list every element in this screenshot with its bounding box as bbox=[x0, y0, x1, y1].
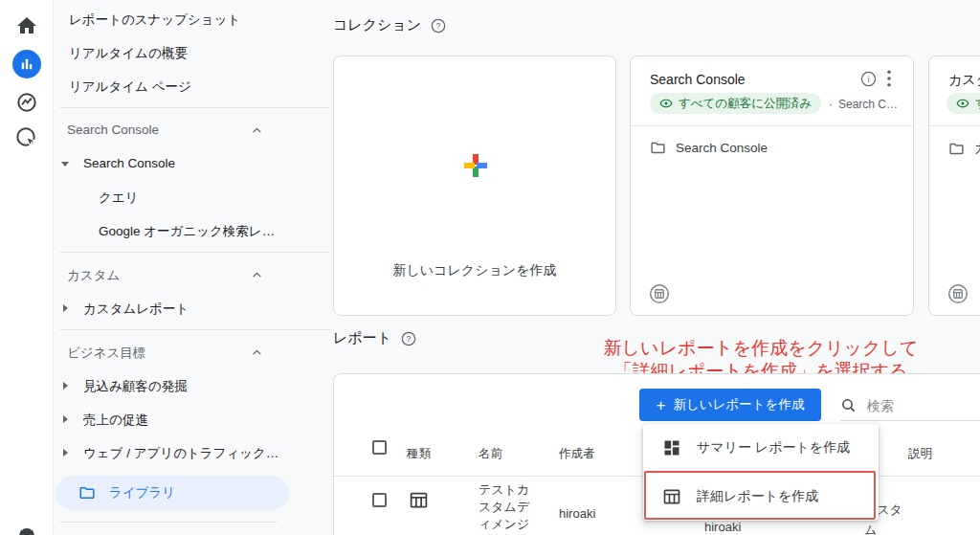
separator-dot: · bbox=[829, 98, 833, 111]
ga4-library-page: レポートのスナップショット リアルタイムの概要 リアルタイム ページ Searc… bbox=[0, 0, 980, 535]
eye-icon bbox=[956, 97, 969, 110]
topic-label: Search Console bbox=[676, 141, 768, 155]
sidebar-item-report-snapshot[interactable]: レポートのスナップショット bbox=[69, 11, 240, 29]
sidebar-item-organic-search[interactable]: Google オーガニック検索レ… bbox=[99, 223, 275, 240]
google-plus-icon bbox=[462, 152, 489, 183]
report-name-cell[interactable]: テストカスタムディメンジ bbox=[479, 481, 532, 533]
reports-title: レポート bbox=[333, 329, 391, 347]
nav-section-search-console: Search Console bbox=[67, 123, 159, 137]
collapse-chevron-icon[interactable] bbox=[251, 346, 263, 363]
collection-card-search-console: Search Console i すべての顧客に公開済み · Search C…… bbox=[630, 56, 914, 316]
folder-icon bbox=[78, 484, 96, 502]
advertising-icon bbox=[14, 125, 39, 150]
annotation-red-box bbox=[644, 471, 876, 520]
svg-text:?: ? bbox=[436, 21, 441, 31]
collection-topic-row[interactable]: カ bbox=[948, 140, 980, 157]
folder-icon bbox=[650, 140, 666, 156]
topic-label: カ bbox=[974, 140, 980, 157]
home-icon bbox=[15, 14, 38, 37]
column-header-creator: 作成者 bbox=[559, 446, 595, 462]
sidebar-item-library[interactable]: ライブラリ bbox=[56, 476, 289, 510]
collection-topic-row[interactable]: Search Console bbox=[650, 140, 768, 156]
annotation-line1: 新しいレポートを作成をクリックして bbox=[536, 337, 980, 360]
sidebar-item-traffic[interactable]: ウェブ / アプリのトラフィック… bbox=[83, 445, 278, 462]
plus-icon: + bbox=[657, 397, 666, 413]
report-creator-cell: hiroaki bbox=[559, 506, 595, 521]
badge-label: すべての顧客に公開済み bbox=[679, 96, 812, 112]
menu-item-label: サマリー レポートを作成 bbox=[697, 439, 850, 457]
published-badge: す bbox=[947, 93, 980, 114]
info-icon[interactable]: i bbox=[860, 71, 877, 91]
sidebar-item-realtime-overview[interactable]: リアルタイムの概要 bbox=[69, 45, 188, 62]
row-checkbox[interactable] bbox=[372, 493, 387, 507]
create-report-label: 新しいレポートを作成 bbox=[674, 396, 805, 413]
expander-right-icon[interactable] bbox=[63, 449, 68, 457]
card-divider bbox=[631, 125, 913, 126]
card-meta: Search C… bbox=[838, 98, 898, 111]
expander-down-icon[interactable] bbox=[61, 162, 69, 167]
nav-divider bbox=[59, 252, 330, 253]
admin-icon[interactable] bbox=[0, 525, 54, 535]
svg-text:i: i bbox=[867, 75, 869, 84]
collection-card-custom: カスタ す カ bbox=[928, 56, 980, 316]
badge-label: す bbox=[975, 96, 980, 112]
kebab-menu-icon[interactable] bbox=[887, 70, 891, 91]
expander-right-icon[interactable] bbox=[63, 304, 68, 312]
help-icon[interactable]: ? bbox=[401, 331, 416, 346]
report-search bbox=[840, 390, 980, 421]
eye-icon bbox=[659, 97, 673, 110]
nav-divider bbox=[59, 329, 330, 330]
sidebar-item-search-console[interactable]: Search Console bbox=[83, 156, 175, 170]
expander-right-icon[interactable] bbox=[63, 382, 68, 390]
report-last-editor-cell: hiroaki bbox=[704, 520, 741, 534]
sidebar-item-leads[interactable]: 見込み顧客の発掘 bbox=[83, 378, 188, 395]
menu-item-summary-report[interactable]: サマリー レポートを作成 bbox=[643, 424, 879, 472]
sidebar-item-realtime-pages[interactable]: リアルタイム ページ bbox=[69, 78, 191, 96]
svg-text:?: ? bbox=[407, 334, 412, 344]
collapse-chevron-icon[interactable] bbox=[251, 123, 263, 141]
collapse-chevron-icon[interactable] bbox=[251, 268, 263, 285]
collections-title: コレクション bbox=[333, 16, 421, 34]
summary-report-icon bbox=[662, 438, 681, 457]
reports-active-circle bbox=[12, 50, 41, 78]
sidebar-item-sales[interactable]: 売上の促進 bbox=[83, 412, 148, 429]
column-header-type: 種類 bbox=[407, 446, 431, 462]
nav-divider bbox=[59, 522, 278, 523]
published-badge: すべての顧客に公開済み bbox=[650, 93, 821, 114]
web-platform-icon bbox=[648, 282, 671, 309]
sidebar-item-custom-reports[interactable]: カスタムレポート bbox=[83, 301, 189, 318]
new-collection-label: 新しいコレクションを作成 bbox=[334, 262, 615, 279]
select-all-checkbox[interactable] bbox=[372, 440, 387, 455]
sidebar-item-queries[interactable]: クエリ bbox=[99, 189, 138, 207]
explore-icon[interactable] bbox=[0, 91, 54, 114]
admin-icon bbox=[18, 525, 35, 535]
card-divider bbox=[929, 125, 980, 126]
reports-icon[interactable] bbox=[0, 50, 54, 78]
create-report-button[interactable]: + 新しいレポートを作成 bbox=[639, 389, 821, 421]
card-title: Search Console bbox=[650, 72, 746, 87]
folder-icon bbox=[948, 141, 965, 157]
new-collection-card[interactable]: 新しいコレクションを作成 bbox=[333, 56, 616, 316]
detail-report-type-icon bbox=[409, 490, 429, 514]
advertising-icon[interactable] bbox=[0, 125, 54, 150]
column-header-name: 名前 bbox=[479, 446, 502, 462]
column-header-description: 説明 bbox=[908, 446, 932, 462]
card-title: カスタ bbox=[948, 72, 980, 89]
help-icon[interactable]: ? bbox=[431, 18, 446, 33]
nav-section-custom: カスタム bbox=[67, 267, 120, 284]
home-icon[interactable] bbox=[0, 14, 54, 37]
nav-section-business-goals: ビジネス目標 bbox=[67, 345, 145, 362]
search-icon bbox=[840, 397, 858, 414]
app-rail bbox=[0, 0, 54, 535]
explore-icon bbox=[15, 91, 38, 114]
expander-right-icon[interactable] bbox=[63, 415, 68, 423]
nav-divider bbox=[59, 107, 330, 108]
bar-chart-icon bbox=[18, 56, 35, 73]
search-input[interactable] bbox=[867, 398, 953, 413]
web-platform-icon bbox=[947, 282, 969, 309]
sidebar-item-label: ライブラリ bbox=[109, 484, 175, 502]
